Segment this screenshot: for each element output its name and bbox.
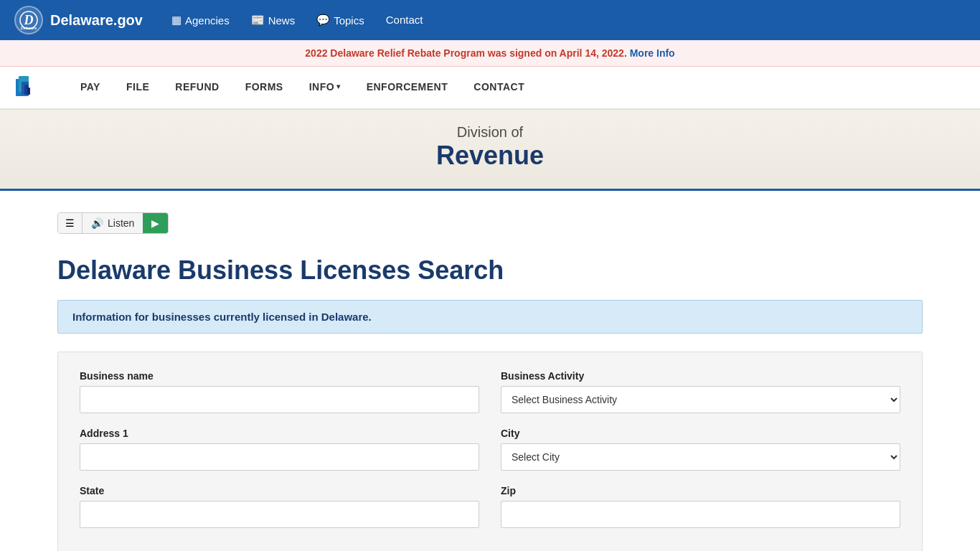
top-nav-links: ▦ Agencies 📰 News 💬 Topics Contact <box>171 14 423 27</box>
svg-text:D: D <box>24 13 34 27</box>
chat-icon: 💬 <box>316 14 330 27</box>
alert-text: 2022 Delaware Relief Rebate Program was … <box>305 47 626 59</box>
division-name: Revenue <box>14 141 966 171</box>
top-nav-contact[interactable]: Contact <box>386 14 423 26</box>
info-box: Information for businesses currently lic… <box>57 300 923 334</box>
nav-item-file[interactable]: FILE <box>113 67 162 108</box>
form-row-1: Business name Business Activity Select B… <box>80 370 900 413</box>
play-icon: ▶ <box>151 217 159 229</box>
business-activity-label: Business Activity <box>501 370 900 382</box>
logo-circle: D Delaware <box>14 6 43 34</box>
state-label: State <box>80 485 479 496</box>
city-group: City Select City <box>501 428 900 471</box>
top-nav-topics[interactable]: 💬 Topics <box>316 14 364 27</box>
listen-speaker-area: 🔊 Listen <box>83 213 143 233</box>
site-logo-link[interactable]: D Delaware Delaware.gov <box>14 6 143 34</box>
svg-text:Delaware: Delaware <box>21 26 37 30</box>
nav-item-forms[interactable]: FORMS <box>232 67 296 108</box>
secondary-nav-links: PAY FILE REFUND FORMS INFO ▾ ENF <box>67 67 537 108</box>
listen-menu-button[interactable]: ☰ <box>58 213 83 233</box>
chevron-down-icon: ▾ <box>336 83 341 90</box>
business-name-input[interactable] <box>80 386 479 413</box>
city-label: City <box>501 428 900 439</box>
revenue-logo-icon <box>14 72 46 103</box>
nav-link-enforcement[interactable]: ENFORCEMENT <box>354 67 461 108</box>
site-name: Delaware.gov <box>50 12 143 29</box>
listen-label: Listen <box>108 217 134 229</box>
division-of-label: Division of <box>14 124 966 141</box>
division-header: Division of Revenue <box>0 110 980 191</box>
secondary-nav: PAY FILE REFUND FORMS INFO ▾ ENF <box>0 67 980 110</box>
nav-link-info[interactable]: INFO ▾ <box>296 67 354 108</box>
nav-link-file[interactable]: FILE <box>113 67 162 108</box>
info-box-text: Information for businesses currently lic… <box>72 311 372 323</box>
nav-link-forms[interactable]: FORMS <box>232 67 296 108</box>
business-name-group: Business name <box>80 370 479 413</box>
alert-bar: 2022 Delaware Relief Rebate Program was … <box>0 40 980 67</box>
alert-more-info-link[interactable]: More Info <box>630 47 675 59</box>
grid-icon: ▦ <box>171 14 182 27</box>
nav-link-refund[interactable]: REFUND <box>162 67 232 108</box>
newspaper-icon: 📰 <box>251 14 265 27</box>
form-row-3: State Zip <box>80 485 900 528</box>
speaker-icon: 🔊 <box>91 217 103 229</box>
address1-input[interactable] <box>80 443 479 471</box>
page-title: Delaware Business Licenses Search <box>57 255 923 286</box>
state-group: State <box>80 485 479 528</box>
delaware-logo-icon: D Delaware <box>19 10 39 30</box>
top-nav-agencies[interactable]: ▦ Agencies <box>171 14 230 27</box>
business-name-label: Business name <box>80 370 479 382</box>
form-row-2: Address 1 City Select City <box>80 428 900 471</box>
top-nav-news[interactable]: 📰 News <box>251 14 296 27</box>
nav-item-pay[interactable]: PAY <box>67 67 113 108</box>
nav-item-info[interactable]: INFO ▾ <box>296 67 354 108</box>
address1-group: Address 1 <box>80 428 479 471</box>
nav-item-enforcement[interactable]: ENFORCEMENT <box>354 67 461 108</box>
listen-widget: ☰ 🔊 Listen ▶ <box>57 212 169 234</box>
listen-play-button[interactable]: ▶ <box>143 213 168 233</box>
city-select[interactable]: Select City <box>501 443 900 471</box>
business-activity-select[interactable]: Select Business Activity <box>501 386 900 413</box>
main-content: ☰ 🔊 Listen ▶ Delaware Business Licenses … <box>0 191 980 551</box>
zip-input[interactable] <box>501 501 900 528</box>
business-activity-group: Business Activity Select Business Activi… <box>501 370 900 413</box>
zip-label: Zip <box>501 485 900 496</box>
address1-label: Address 1 <box>80 428 479 439</box>
top-nav: D Delaware Delaware.gov ▦ Agencies 📰 New… <box>0 0 980 40</box>
nav-link-contact[interactable]: CONTACT <box>461 67 537 108</box>
state-input[interactable] <box>80 501 479 528</box>
nav-link-pay[interactable]: PAY <box>67 67 113 108</box>
svg-rect-7 <box>27 88 30 95</box>
search-form: Business name Business Activity Select B… <box>57 352 923 551</box>
revenue-logo <box>14 72 46 103</box>
nav-item-refund[interactable]: REFUND <box>162 67 232 108</box>
zip-group: Zip <box>501 485 900 528</box>
nav-item-contact[interactable]: CONTACT <box>461 67 537 108</box>
menu-icon: ☰ <box>65 217 75 229</box>
